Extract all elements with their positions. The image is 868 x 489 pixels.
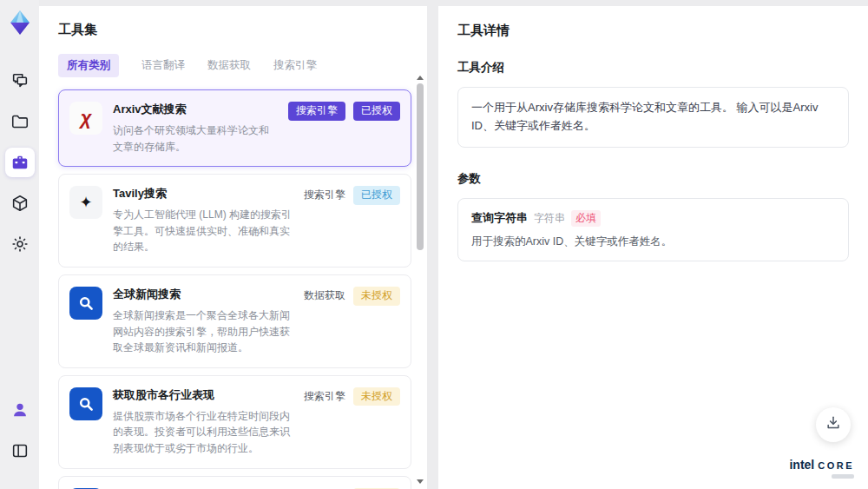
param-item: 查询字符串 字符串 必填 用于搜索的Arxiv ID、关键字或作者姓名。 xyxy=(457,198,849,261)
tools-panel: 工具集 所有类别 语言翻译 数据获取 搜索引擎 χ xyxy=(39,6,427,489)
param-type: 字符串 xyxy=(534,211,565,226)
category-tab[interactable]: 语言翻译 xyxy=(141,54,185,77)
download-icon xyxy=(825,414,842,435)
param-description: 用于搜索的Arxiv ID、关键字或作者姓名。 xyxy=(471,235,835,249)
category-tag: 搜索引擎 xyxy=(288,102,345,121)
category-tag: 搜索引擎 xyxy=(304,387,345,406)
category-tag: 数据获取 xyxy=(304,287,345,306)
brand-secondary: CORE xyxy=(818,460,854,471)
chat-icon xyxy=(10,71,30,90)
tool-tags: 搜索引擎 已授权 xyxy=(304,186,400,255)
sidebar-item-files[interactable] xyxy=(5,107,35,136)
brand-primary: intel xyxy=(789,458,814,472)
toolbox-icon xyxy=(10,153,30,172)
tool-card[interactable]: 获取市场最活跃股票信息 提供当天交易量最高的股票列表，投资者可以利用这些信息来识… xyxy=(58,476,411,489)
category-tag: 搜索引擎 xyxy=(304,186,345,205)
param-required-badge: 必填 xyxy=(571,210,601,227)
tool-description: 访问各个研究领域大量科学论文和文章的存储库。 xyxy=(113,122,278,155)
brand-underline xyxy=(832,474,854,479)
tool-info: Tavily搜索 专为人工智能代理 (LLM) 构建的搜索引擎工具。可快速提供实… xyxy=(113,186,293,255)
tool-card[interactable]: 获取股市各行业表现 提供股票市场各个行业在特定时间段内的表现。投资者可以利用这些… xyxy=(58,375,411,469)
app-window: 工具集 所有类别 语言翻译 数据获取 搜索引擎 χ xyxy=(0,0,868,489)
cube-icon xyxy=(10,194,30,213)
auth-badge: 未授权 xyxy=(353,287,400,306)
detail-title: 工具详情 xyxy=(457,23,849,39)
intel-core-logo: intel CORE xyxy=(789,458,854,479)
sidebar-item-settings[interactable] xyxy=(5,229,35,259)
category-tab[interactable]: 所有类别 xyxy=(58,54,119,77)
params-heading: 参数 xyxy=(457,171,849,187)
download-button[interactable] xyxy=(816,407,851,442)
tool-title: 获取股市各行业表现 xyxy=(113,387,293,403)
sidebar-item-packages[interactable] xyxy=(5,188,35,218)
param-head: 查询字符串 字符串 必填 xyxy=(471,210,835,227)
folder-icon xyxy=(10,112,30,131)
tool-card[interactable]: χ Arxiv文献搜索 访问各个研究领域大量科学论文和文章的存储库。 搜索引擎 … xyxy=(58,89,411,167)
tool-description: 专为人工智能代理 (LLM) 构建的搜索引擎工具。可快速提供实时、准确和真实的结… xyxy=(113,207,293,255)
tool-card[interactable]: ✦ Tavily搜索 专为人工智能代理 (LLM) 构建的搜索引擎工具。可快速提… xyxy=(58,174,411,268)
panel-toggle-icon xyxy=(10,441,30,460)
sidebar-rail xyxy=(0,0,39,489)
category-tabs: 所有类别 语言翻译 数据获取 搜索引擎 xyxy=(58,54,427,77)
tool-tags: 搜索引擎 未授权 xyxy=(304,387,400,457)
params-list: 查询字符串 字符串 必填 用于搜索的Arxiv ID、关键字或作者姓名。 xyxy=(457,198,849,261)
tool-info: 获取股市各行业表现 提供股票市场各个行业在特定时间段内的表现。投资者可以利用这些… xyxy=(113,387,293,457)
user-icon xyxy=(10,400,30,420)
sidebar-item-panel-toggle[interactable] xyxy=(5,436,35,466)
app-logo xyxy=(6,9,34,36)
tool-icon: χ xyxy=(69,102,102,135)
scrollbar-up-arrow[interactable] xyxy=(417,76,424,80)
tool-title: 全球新闻搜索 xyxy=(113,287,293,302)
tool-tags: 搜索引擎 已授权 xyxy=(288,102,400,155)
tool-title: Tavily搜索 xyxy=(113,186,293,202)
tool-icon: ✦ xyxy=(69,186,102,219)
tool-detail-panel: 工具详情 工具介绍 一个用于从Arxiv存储库搜索科学论文和文章的工具。 输入可… xyxy=(438,6,868,489)
sidebar-item-toolbox[interactable] xyxy=(5,148,35,177)
auth-badge: 已授权 xyxy=(353,186,400,205)
list-scrollbar[interactable] xyxy=(416,76,424,484)
tool-info: Arxiv文献搜索 访问各个研究领域大量科学论文和文章的存储库。 xyxy=(113,102,278,155)
tool-description: 全球新闻搜索是一个聚合全球各大新闻网站内容的搜索引擎，帮助用户快速获取全球最新资… xyxy=(113,307,293,356)
tool-list: χ Arxiv文献搜索 访问各个研究领域大量科学论文和文章的存储库。 搜索引擎 … xyxy=(58,89,427,489)
sidebar-item-chat[interactable] xyxy=(5,66,35,96)
tool-card[interactable]: 全球新闻搜索 全球新闻搜索是一个聚合全球各大新闻网站内容的搜索引擎，帮助用户快速… xyxy=(58,274,411,368)
scrollbar-thumb[interactable] xyxy=(417,83,424,250)
tool-icon xyxy=(69,387,102,420)
gear-icon xyxy=(10,235,30,254)
category-tab[interactable]: 搜索引擎 xyxy=(273,54,317,77)
scrollbar-down-arrow[interactable] xyxy=(417,479,424,484)
tool-icon xyxy=(69,287,102,320)
auth-badge: 未授权 xyxy=(353,387,400,406)
tool-info: 全球新闻搜索 全球新闻搜索是一个聚合全球各大新闻网站内容的搜索引擎，帮助用户快速… xyxy=(113,287,293,356)
tool-intro-text: 一个用于从Arxiv存储库搜索科学论文和文章的工具。 输入可以是Arxiv ID… xyxy=(457,87,849,148)
param-name: 查询字符串 xyxy=(471,210,528,226)
tool-description: 提供股票市场各个行业在特定时间段内的表现。投资者可以利用这些信息来识别表现优于或… xyxy=(113,408,293,457)
tool-title: Arxiv文献搜索 xyxy=(113,102,278,117)
category-tab[interactable]: 数据获取 xyxy=(207,54,251,77)
auth-badge: 已授权 xyxy=(353,102,400,121)
tool-tags: 数据获取 未授权 xyxy=(304,287,400,356)
sidebar-item-user[interactable] xyxy=(5,395,35,425)
page-title: 工具集 xyxy=(58,22,427,38)
intro-heading: 工具介绍 xyxy=(457,60,849,76)
